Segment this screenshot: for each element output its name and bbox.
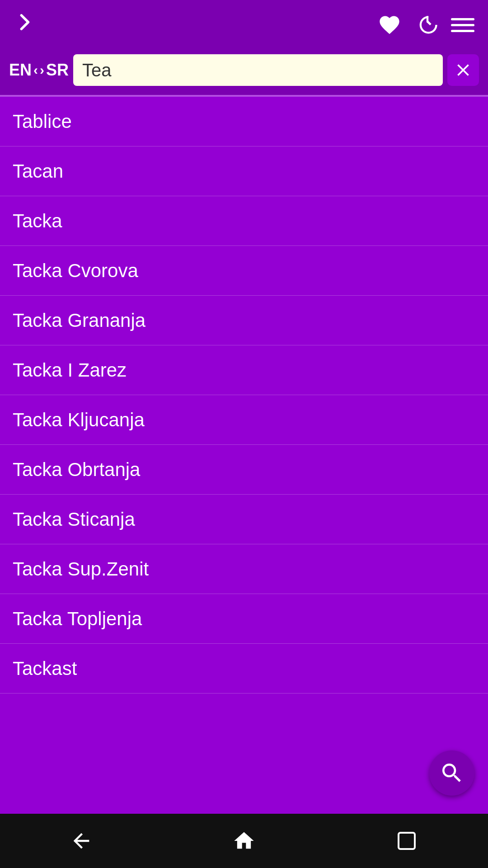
list-item-text: Tacan (13, 160, 63, 182)
language-selector[interactable]: EN ‹ › SR (9, 61, 69, 80)
search-row: EN ‹ › SR (0, 50, 488, 95)
history-button[interactable] (413, 10, 442, 39)
forward-icon[interactable] (14, 10, 37, 39)
list-item[interactable]: Tacka Cvorova (0, 246, 488, 296)
list-item-text: Tablice (13, 111, 72, 132)
list-item-text: Tacka Sticanja (13, 509, 135, 530)
list-item-text: Tacka Sup.Zenit (13, 558, 149, 580)
top-bar (0, 0, 488, 50)
lang-to-label: SR (46, 61, 69, 80)
back-nav-button[interactable] (59, 823, 104, 859)
list-item[interactable]: Tablice (0, 97, 488, 146)
nav-bar (0, 814, 488, 868)
menu-button[interactable] (451, 18, 474, 32)
list-item-text: Tacka Topljenja (13, 608, 142, 630)
list-item[interactable]: Tacka I Zarez (0, 345, 488, 395)
home-nav-button[interactable] (221, 823, 267, 859)
list-item-text: Tacka Cvorova (13, 260, 138, 282)
list-item-text: Tacka (13, 210, 62, 232)
list-item[interactable]: Tacka Obrtanja (0, 445, 488, 495)
top-bar-left (14, 10, 37, 39)
recents-nav-button[interactable] (384, 823, 429, 859)
chevron-right-icon[interactable]: › (40, 62, 44, 78)
search-input[interactable] (73, 54, 443, 86)
list-item[interactable]: Tacan (0, 146, 488, 196)
svg-rect-0 (399, 833, 415, 849)
lang-from-label: EN (9, 61, 32, 80)
clear-button[interactable] (447, 54, 479, 86)
list-item[interactable]: Tacka Topljenja (0, 594, 488, 644)
list-item-text: Tacka Grananja (13, 310, 145, 331)
list-item-text: Tacka Kljucanja (13, 409, 145, 431)
search-fab[interactable] (429, 750, 474, 796)
list-item[interactable]: Tacka Sticanja (0, 495, 488, 544)
search-input-wrap (73, 54, 443, 86)
chevron-left-icon[interactable]: ‹ (33, 62, 38, 78)
top-bar-right (375, 10, 474, 39)
list-item-text: Tacka I Zarez (13, 359, 127, 381)
list-item[interactable]: Tacka (0, 196, 488, 246)
favorites-button[interactable] (375, 10, 404, 39)
list-item[interactable]: Tacka Kljucanja (0, 395, 488, 445)
list-container: TabliceTacanTackaTacka CvorovaTacka Gran… (0, 97, 488, 868)
list-item-text: Tacka Obrtanja (13, 459, 140, 481)
list-item-text: Tackast (13, 658, 77, 679)
list-item[interactable]: Tacka Sup.Zenit (0, 544, 488, 594)
list-item[interactable]: Tackast (0, 644, 488, 693)
list-item[interactable]: Tacka Grananja (0, 296, 488, 345)
